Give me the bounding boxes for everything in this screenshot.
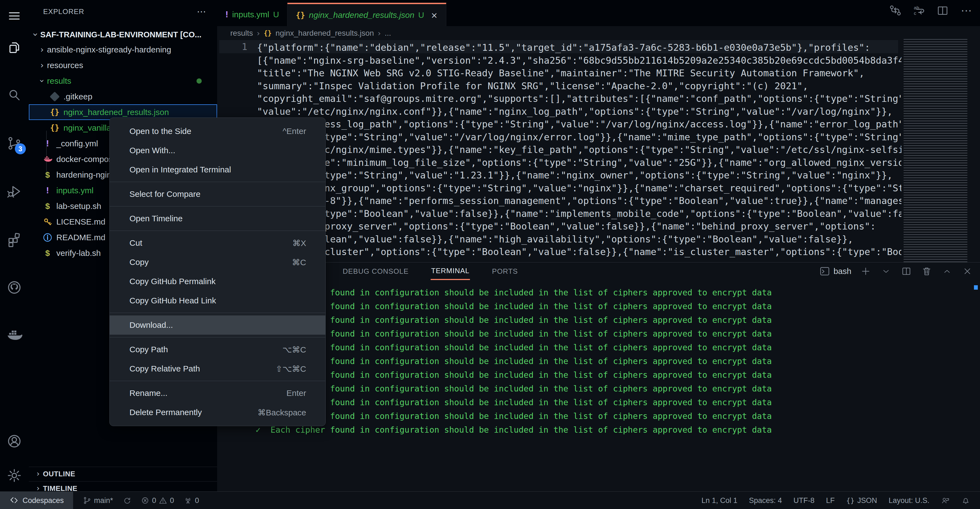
ports-indicator[interactable]: 0: [184, 496, 199, 505]
warning-icon: [159, 496, 167, 504]
terminal-line: ✓ Each cipher found in configuration sho…: [256, 409, 772, 423]
menu-separator: [110, 182, 325, 182]
split-terminal-icon[interactable]: [900, 265, 912, 277]
split-editor-icon[interactable]: [936, 4, 949, 17]
menu-item-copy[interactable]: Copy⌘C: [110, 252, 325, 272]
tab-debug-console[interactable]: DEBUG CONSOLE: [342, 263, 409, 279]
search-icon[interactable]: [5, 87, 23, 104]
panel-tabs: DEBUG CONSOLE TERMINAL PORTS: [342, 262, 518, 280]
code-editor[interactable]: 1 {"platform":{"name":"debian","release"…: [217, 39, 980, 262]
trash-icon[interactable]: [921, 265, 933, 277]
editor-region: ! inputs.yml U {} nginx_hardened_results…: [217, 0, 980, 492]
workspace-root[interactable]: › SAF-TRAINING-LAB-ENVIRONMENT [CO...: [29, 27, 217, 42]
add-terminal-icon[interactable]: [860, 265, 872, 277]
run-debug-icon[interactable]: [5, 182, 23, 200]
line-number: 1: [234, 41, 247, 52]
terminal-line: ✓ Each cipher found in configuration sho…: [256, 341, 772, 354]
source-control-icon[interactable]: 3: [5, 135, 23, 152]
svg-text:c: c: [914, 10, 916, 16]
shell-selector[interactable]: bash: [819, 266, 851, 277]
tree-folder-ansible[interactable]: › ansible-nginx-stigready-hardening: [29, 42, 217, 57]
workspace-label: SAF-TRAINING-LAB-ENVIRONMENT [CO...: [40, 30, 202, 39]
indentation[interactable]: Spaces: 4: [749, 496, 782, 505]
github-icon[interactable]: [5, 279, 23, 296]
keyboard-layout[interactable]: Layout: U.S.: [888, 496, 929, 505]
tab-ports[interactable]: PORTS: [492, 263, 518, 279]
extensions-icon[interactable]: [5, 231, 23, 248]
close-panel-icon[interactable]: [961, 265, 974, 277]
activity-bar: 3: [0, 0, 29, 492]
editor-content: {"platform":{"name":"debian","release":"…: [257, 41, 901, 258]
docker-whale-icon: [42, 154, 53, 164]
menu-item-copy-relative-path[interactable]: Copy Relative Path⇧⌥⌘C: [110, 359, 325, 378]
tree-folder-resources[interactable]: › resources: [29, 57, 217, 73]
panel-actions: bash: [819, 262, 974, 280]
tab-nginx-hardened-results[interactable]: {} nginx_hardened_results.json U ×: [288, 3, 446, 26]
explorer-actions-ellipsis-icon[interactable]: ⋯: [197, 6, 206, 17]
terminal-line: ✓ Each cipher found in configuration sho…: [256, 286, 772, 300]
menu-item-download[interactable]: Download...: [110, 316, 325, 335]
menu-item-copy-path[interactable]: Copy Path⌥⌘C: [110, 340, 325, 359]
encoding[interactable]: UTF-8: [794, 496, 815, 505]
menu-item-select-for-compare[interactable]: Select for Compare: [110, 184, 325, 204]
feedback-icon[interactable]: [941, 496, 950, 505]
key-icon: [42, 217, 53, 227]
terminal-line: ✓ Each cipher found in configuration sho…: [256, 354, 772, 368]
chevron-right-icon: ›: [257, 29, 260, 38]
tree-file-gitkeep[interactable]: .gitkeep: [29, 89, 217, 104]
notifications-bell-icon[interactable]: [961, 496, 970, 505]
remote-icon: [10, 496, 19, 505]
tab-inputs-yml[interactable]: ! inputs.yml U: [217, 3, 288, 26]
settings-gear-icon[interactable]: [5, 467, 23, 484]
account-icon[interactable]: [5, 433, 23, 450]
outline-section[interactable]: › OUTLINE: [29, 467, 217, 481]
status-bar: Codespaces main* 0 0 0 Ln 1, Col 1 Spa: [0, 492, 980, 509]
terminal-line: ✓ Each cipher found in configuration sho…: [256, 368, 772, 382]
menu-item-open-in-terminal[interactable]: Open in Integrated Terminal: [110, 160, 325, 179]
terminal-output[interactable]: ✓ Each cipher found in configuration sho…: [256, 286, 772, 437]
menu-item-delete-permanently[interactable]: Delete Permanently⌘Backspace: [110, 403, 325, 422]
menu-item-cut[interactable]: Cut⌘X: [110, 233, 325, 252]
menu-icon[interactable]: [5, 7, 23, 25]
menu-separator: [110, 206, 325, 206]
tree-folder-results[interactable]: › results: [29, 73, 217, 89]
tab-terminal[interactable]: TERMINAL: [431, 263, 470, 280]
breadcrumb[interactable]: results › {} nginx_hardened_results.json…: [230, 27, 391, 39]
menu-item-rename[interactable]: Rename...Enter: [110, 384, 325, 403]
open-changes-icon[interactable]: [889, 4, 902, 17]
radio-tower-icon: [184, 496, 192, 504]
more-actions-icon[interactable]: ⋯: [960, 4, 973, 17]
json-braces-icon: {}: [49, 108, 60, 117]
chevron-up-icon[interactable]: [941, 265, 953, 277]
word-wrap-icon[interactable]: ab c: [912, 4, 926, 17]
eol-sequence[interactable]: LF: [826, 496, 835, 505]
modified-dot: [197, 78, 202, 84]
terminal-scrollbar-marker[interactable]: [974, 285, 978, 290]
terminal-line: ✓ Each cipher found in configuration sho…: [256, 300, 772, 313]
chevron-down-icon: ›: [31, 33, 40, 36]
cursor-position[interactable]: Ln 1, Col 1: [702, 496, 738, 505]
close-icon[interactable]: ×: [431, 10, 438, 20]
branch-indicator[interactable]: main*: [83, 496, 113, 505]
yaml-exclamation-icon: !: [225, 10, 228, 19]
editor-actions: ab c ⋯: [889, 4, 973, 17]
menu-item-open-with[interactable]: Open With...: [110, 141, 325, 160]
minimap[interactable]: [904, 39, 967, 262]
menu-item-copy-github-head-link[interactable]: Copy GitHub Head Link: [110, 291, 325, 310]
docker-icon[interactable]: [5, 327, 23, 344]
sync-indicator[interactable]: [123, 496, 131, 504]
menu-item-open-to-side[interactable]: Open to the Side^Enter: [110, 122, 325, 141]
vscode-window: 3: [0, 0, 980, 509]
terminal-line: ✓ Each cipher found in configuration sho…: [256, 382, 772, 396]
files-icon[interactable]: [5, 38, 23, 56]
problems-indicator[interactable]: 0 0: [141, 496, 174, 505]
menu-item-open-timeline[interactable]: Open Timeline: [110, 209, 325, 228]
tab-bar: ! inputs.yml U {} nginx_hardened_results…: [217, 0, 980, 26]
chevron-down-icon[interactable]: [880, 265, 892, 277]
remote-indicator[interactable]: Codespaces: [0, 492, 73, 509]
language-mode[interactable]: {} JSON: [846, 496, 877, 505]
yaml-exclamation-icon: !: [42, 138, 53, 149]
menu-item-copy-github-permalink[interactable]: Copy GitHub Permalink: [110, 272, 325, 291]
json-braces-icon: {}: [49, 123, 60, 132]
error-icon: [141, 496, 149, 504]
